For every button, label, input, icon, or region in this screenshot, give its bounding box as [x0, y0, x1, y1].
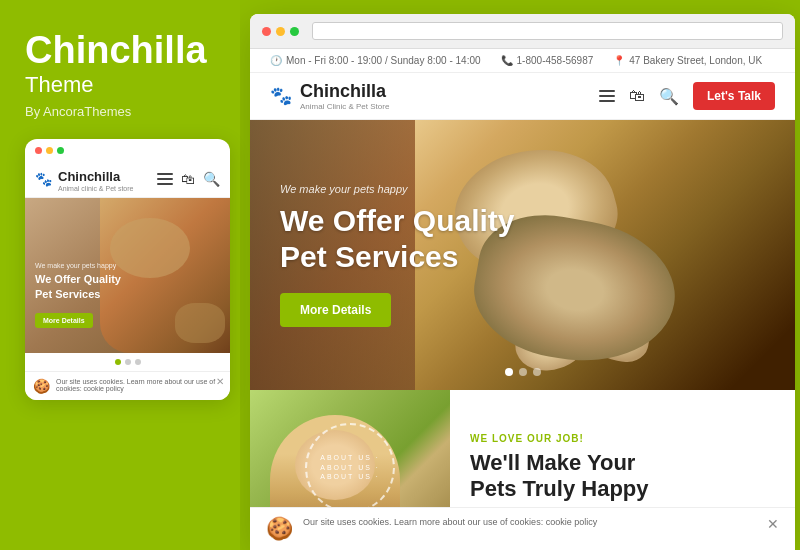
cookie-notice: 🍪 Our site uses cookies. Learn more abou… — [250, 507, 795, 550]
site-header: 🐾 Chinchilla Animal Clinic & Pet Store 🛍… — [250, 73, 795, 120]
topbar-address: 📍 47 Bakery Street, London, UK — [613, 55, 762, 66]
hero-more-details-button[interactable]: More Details — [280, 293, 391, 327]
hero-dot-3 — [533, 368, 541, 376]
phone-icon: 📞 — [501, 55, 513, 66]
mobile-cookie-icon: 🍪 — [33, 378, 50, 394]
topbar-phone: 📞 1-800-458-56987 — [501, 55, 594, 66]
mobile-more-details-button[interactable]: More Details — [35, 313, 93, 328]
site-nav-right: 🛍 🔍 Let's Talk — [599, 82, 775, 110]
mobile-hero-small-text: We make your pets happy — [35, 262, 121, 269]
mobile-dot-red — [35, 147, 42, 154]
about-small-label: We Love Our Job! — [470, 433, 775, 444]
lets-talk-button[interactable]: Let's Talk — [693, 82, 775, 110]
hamburger-line — [157, 173, 173, 175]
cookie-close-button[interactable]: ✕ — [767, 516, 779, 532]
left-panel: Chinchilla Theme By AncoraThemes 🐾 Chinc… — [0, 0, 240, 550]
about-headline: We'll Make YourPets Truly Happy — [470, 450, 775, 503]
mobile-brand-tagline: Animal clinic & Pet store — [58, 185, 133, 192]
hamburger-line — [157, 183, 173, 185]
hero-headline: We Offer QualityPet Services — [280, 203, 515, 275]
hero-slider-dots — [505, 368, 541, 376]
cookie-icon: 🍪 — [266, 516, 293, 542]
browser-dot-green — [290, 27, 299, 36]
site-brand-tagline: Animal Clinic & Pet Store — [300, 102, 389, 111]
mobile-brand-name: Chinchilla — [58, 169, 120, 184]
browser-address-bar[interactable] — [312, 22, 783, 40]
shopping-bag-icon[interactable]: 🛍 — [629, 87, 645, 105]
site-paw-icon: 🐾 — [270, 85, 292, 107]
browser-dot-yellow — [276, 27, 285, 36]
mobile-dot-yellow — [46, 147, 53, 154]
hamburger-line — [157, 178, 173, 180]
mobile-nav-icons: 🛍 🔍 — [157, 171, 220, 187]
clock-icon: 🕐 — [270, 55, 282, 66]
browser-top-bar — [250, 14, 795, 49]
mobile-hero: We make your pets happy We Offer Quality… — [25, 198, 230, 353]
mobile-hero-headline: We Offer QualityPet Services — [35, 272, 121, 301]
mobile-paw-icon: 🐾 — [35, 171, 52, 187]
topbar-phone-text: 1-800-458-56987 — [517, 55, 594, 66]
mobile-hamburger-icon[interactable] — [157, 173, 173, 185]
mobile-logo: 🐾 Chinchilla Animal clinic & Pet store — [35, 167, 133, 192]
hamburger-line — [599, 95, 615, 97]
hero-section: We make your pets happy We Offer Quality… — [250, 120, 795, 390]
browser-mockup: 🕐 Mon - Fri 8:00 - 19:00 / Sunday 8:00 -… — [250, 14, 795, 550]
mobile-search-icon[interactable]: 🔍 — [203, 171, 220, 187]
mobile-cookie-text: Our site uses cookies. Learn more about … — [56, 378, 222, 392]
hamburger-line — [599, 90, 615, 92]
hero-content: We make your pets happy We Offer Quality… — [280, 183, 515, 327]
hamburger-menu-icon[interactable] — [599, 90, 615, 102]
hamburger-line — [599, 100, 615, 102]
topbar-hours: 🕐 Mon - Fri 8:00 - 19:00 / Sunday 8:00 -… — [270, 55, 481, 66]
hero-dot-1 — [505, 368, 513, 376]
topbar-hours-text: Mon - Fri 8:00 - 19:00 / Sunday 8:00 - 1… — [286, 55, 481, 66]
hero-small-text: We make your pets happy — [280, 183, 515, 195]
mobile-dot-3 — [135, 359, 141, 365]
search-icon[interactable]: 🔍 — [659, 87, 679, 106]
site-topbar: 🕐 Mon - Fri 8:00 - 19:00 / Sunday 8:00 -… — [250, 49, 795, 73]
topbar-address-text: 47 Bakery Street, London, UK — [629, 55, 762, 66]
brand-title: Chinchilla — [25, 30, 215, 72]
mobile-dot-green — [57, 147, 64, 154]
about-circle-overlay: ABOUT US · ABOUT US · ABOUT US · — [305, 423, 395, 513]
cat-paw-2 — [580, 302, 656, 367]
site-brand-name: Chinchilla — [300, 81, 386, 101]
mobile-hero-text: We make your pets happy We Offer Quality… — [35, 262, 121, 328]
hero-dot-2 — [519, 368, 527, 376]
mobile-nav: 🐾 Chinchilla Animal clinic & Pet store 🛍… — [25, 162, 230, 198]
brand-author: By AncoraThemes — [25, 104, 215, 119]
mobile-dot-2 — [125, 359, 131, 365]
brand-subtitle: Theme — [25, 72, 215, 98]
mobile-bag-icon[interactable]: 🛍 — [181, 171, 195, 187]
mobile-dot-1 — [115, 359, 121, 365]
browser-dot-red — [262, 27, 271, 36]
mobile-top-bar — [25, 139, 230, 162]
mobile-cookie-close-button[interactable]: ✕ — [216, 376, 224, 387]
cookie-notice-text: Our site uses cookies. Learn more about … — [303, 516, 757, 530]
about-circle-text: ABOUT US · ABOUT US · ABOUT US · — [307, 453, 393, 482]
site-logo: 🐾 Chinchilla Animal Clinic & Pet Store — [270, 81, 389, 111]
mobile-mockup: 🐾 Chinchilla Animal clinic & Pet store 🛍… — [25, 139, 230, 400]
mobile-cookie-notice: 🍪 Our site uses cookies. Learn more abou… — [25, 371, 230, 400]
location-icon: 📍 — [613, 55, 625, 66]
mobile-slider-dots — [25, 353, 230, 371]
